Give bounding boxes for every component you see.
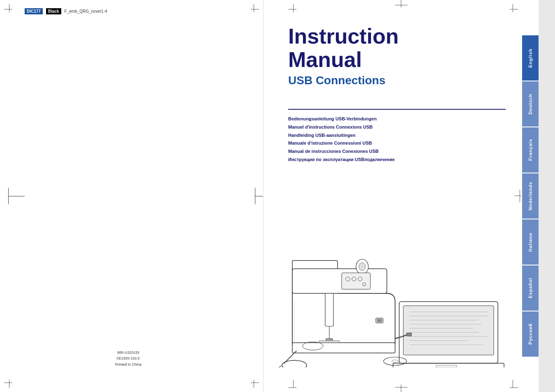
right-page: Instruction Manual USB Connections Bedie… bbox=[263, 0, 539, 392]
dic-label: DIC177 bbox=[25, 8, 43, 14]
svg-rect-17 bbox=[292, 269, 387, 293]
tab-english[interactable]: English bbox=[522, 35, 539, 81]
reg-mark-right-center bbox=[515, 190, 521, 202]
tab-deutsch-label: Deutsch bbox=[528, 94, 533, 114]
tab-russian-label: Русский bbox=[528, 323, 533, 344]
svg-point-14 bbox=[392, 360, 398, 362]
left-page: DIC177 Black F_emb_QRG_cover1-4 bbox=[0, 0, 263, 392]
reg-mark-bottom-center bbox=[395, 385, 407, 392]
subtitle-ru: Инструкции по эксплуатации USBподключени… bbox=[288, 156, 506, 164]
footer-line2: XE1920-101① bbox=[115, 355, 141, 361]
tab-francais-label: Français bbox=[528, 139, 533, 161]
svg-rect-23 bbox=[342, 273, 370, 289]
tab-russian[interactable]: Русский bbox=[522, 311, 539, 357]
footer-line3: Printed in China bbox=[115, 362, 141, 367]
tab-nederlands[interactable]: Nederlands bbox=[522, 173, 539, 219]
color-label: Black bbox=[46, 8, 61, 14]
tab-espanol[interactable]: Español bbox=[522, 265, 539, 311]
top-bar: DIC177 Black F_emb_QRG_cover1-4 bbox=[25, 8, 107, 14]
svg-rect-1 bbox=[403, 306, 494, 355]
title-area: Instruction Manual USB Connections bbox=[288, 25, 514, 87]
subtitle-area: Bedienungsanleitung USB-Verbindungen Man… bbox=[288, 115, 506, 164]
tab-nederlands-label: Nederlands bbox=[528, 182, 533, 210]
title-subtitle: USB Connections bbox=[288, 74, 514, 87]
svg-line-35 bbox=[276, 365, 282, 367]
svg-point-13 bbox=[384, 357, 407, 365]
tab-english-label: English bbox=[528, 48, 533, 68]
sewing-illustration bbox=[272, 219, 510, 367]
tab-italiano[interactable]: Italiano bbox=[522, 219, 539, 265]
subtitle-nl: Handleiding USB-aansluitingen bbox=[288, 131, 506, 140]
title-rule bbox=[288, 109, 506, 110]
tab-espanol-label: Español bbox=[528, 278, 533, 298]
title-line1: Instruction Manual bbox=[288, 25, 514, 71]
reg-mark-tl bbox=[4, 4, 14, 14]
reg-mark-right-tl bbox=[288, 4, 298, 14]
svg-point-22 bbox=[359, 263, 365, 271]
reg-mark-right-bl bbox=[288, 378, 298, 388]
language-tabs: English Deutsch Français Nederlands Ital… bbox=[522, 0, 539, 392]
reg-mark-bl bbox=[4, 378, 14, 388]
reg-mark-top-center bbox=[395, 0, 407, 7]
svg-rect-18 bbox=[325, 293, 333, 326]
footer-text: 885-U32/U33 XE1920-101① Printed in China bbox=[115, 350, 141, 367]
tab-francais[interactable]: Français bbox=[522, 127, 539, 173]
file-label: F_emb_QRG_cover1-4 bbox=[65, 9, 107, 14]
reg-mark-br bbox=[249, 378, 259, 388]
svg-rect-15 bbox=[407, 333, 412, 336]
subtitle-fr: Manuel d'instructions Connexions USB bbox=[288, 123, 506, 131]
svg-rect-12 bbox=[436, 365, 457, 367]
tab-deutsch[interactable]: Deutsch bbox=[522, 81, 539, 127]
svg-rect-32 bbox=[377, 319, 382, 322]
reg-mark-right-tr bbox=[508, 4, 518, 14]
subtitle-de: Bedienungsanleitung USB-Verbindungen bbox=[288, 115, 506, 123]
svg-rect-29 bbox=[319, 341, 340, 343]
footer-line1: 885-U32/U33 bbox=[115, 350, 141, 355]
tab-italiano-label: Italiano bbox=[528, 233, 533, 252]
illustration-area bbox=[264, 211, 518, 367]
reg-mark-right-br bbox=[508, 378, 518, 388]
subtitle-es: Manual de instrucciones Conexiones USB bbox=[288, 148, 506, 156]
subtitle-it: Manuale d'istruzione Connessioni USB bbox=[288, 139, 506, 148]
svg-rect-28 bbox=[292, 343, 395, 353]
reg-mark-tr bbox=[249, 4, 259, 14]
